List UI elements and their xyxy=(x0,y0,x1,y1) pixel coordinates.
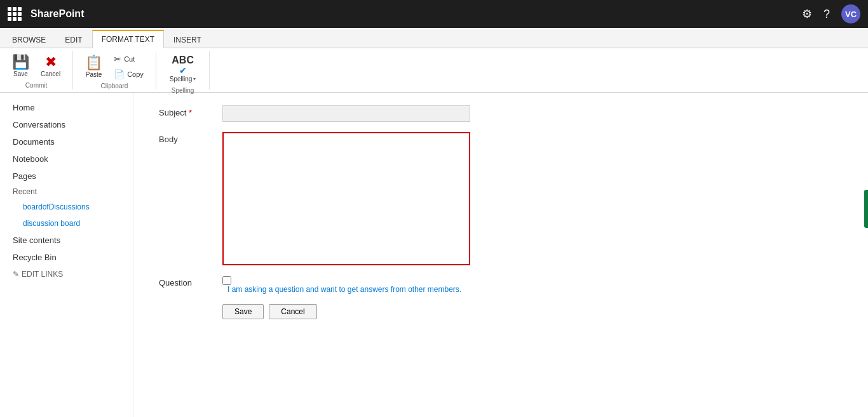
cut-button[interactable]: ✂ Cut xyxy=(109,52,148,66)
save-icon: 💾 xyxy=(12,55,29,69)
avatar[interactable]: VC xyxy=(841,4,860,23)
copy-button[interactable]: 📄 Copy xyxy=(109,67,148,81)
edit-links-button[interactable]: ✎ EDIT LINKS xyxy=(0,266,133,282)
right-panel-wrapper: Subject * Body Question I am asking a qu… xyxy=(133,93,868,417)
cancel-ribbon-button[interactable]: ✖ Cancel xyxy=(36,52,65,81)
commit-group-label: Commit xyxy=(25,82,47,89)
ribbon-group-spelling: ABC ✔ Spelling ▾ Spelling xyxy=(156,51,210,89)
commit-buttons: 💾 Save ✖ Cancel xyxy=(8,52,65,81)
clipboard-buttons: 📋 Paste ✂ Cut 📄 Copy xyxy=(81,52,148,81)
question-field-group: I am asking a question and want to get a… xyxy=(222,275,461,294)
tab-edit[interactable]: EDIT xyxy=(55,31,92,48)
sidebar-item-notebook[interactable]: Notebook xyxy=(0,150,133,168)
top-bar-actions: ⚙ ? VC xyxy=(802,4,860,23)
help-icon[interactable]: ? xyxy=(824,8,830,21)
body-row: Body xyxy=(159,132,843,265)
paste-button[interactable]: 📋 Paste xyxy=(81,53,107,81)
sidebar-item-sitecontents[interactable]: Site contents xyxy=(0,232,133,249)
main-layout: Home Conversations Documents Notebook Pa… xyxy=(0,93,868,417)
ribbon-group-clipboard: 📋 Paste ✂ Cut 📄 Copy Clipboard xyxy=(73,51,156,89)
tab-format-text[interactable]: FORMAT TEXT xyxy=(92,30,164,48)
sidebar-item-conversations[interactable]: Conversations xyxy=(0,116,133,133)
clipboard-group-label: Clipboard xyxy=(101,83,128,89)
question-label: Question xyxy=(159,275,222,288)
cancel-icon: ✖ xyxy=(45,55,57,69)
settings-icon[interactable]: ⚙ xyxy=(802,7,812,21)
form-save-button[interactable]: Save xyxy=(222,304,264,319)
sidebar-item-recyclebin[interactable]: Recycle Bin xyxy=(0,249,133,266)
top-bar: SharePoint ⚙ ? VC xyxy=(0,0,868,28)
sidebar-item-documents[interactable]: Documents xyxy=(0,133,133,150)
app-title: SharePoint xyxy=(31,8,802,20)
sidebar-item-pages[interactable]: Pages xyxy=(0,168,133,185)
form-actions: Save Cancel xyxy=(222,304,843,319)
question-row: Question I am asking a question and want… xyxy=(159,275,843,294)
sidebar: Home Conversations Documents Notebook Pa… xyxy=(0,93,133,417)
spelling-buttons: ABC ✔ Spelling ▾ xyxy=(164,52,202,86)
form-cancel-button[interactable]: Cancel xyxy=(269,304,316,319)
spelling-abc-label: ABC xyxy=(172,55,194,65)
subject-row: Subject * xyxy=(159,105,843,122)
tab-browse[interactable]: BROWSE xyxy=(3,31,55,48)
ribbon-toolbar: 💾 Save ✖ Cancel Commit 📋 Paste ✂ Cut xyxy=(0,48,868,93)
body-textarea[interactable] xyxy=(222,132,470,265)
question-hint: I am asking a question and want to get a… xyxy=(227,285,461,294)
spelling-check-icon: ✔ xyxy=(179,65,187,76)
required-star: * xyxy=(189,108,192,117)
sidebar-item-boardofdiscussions[interactable]: boardofDiscussions xyxy=(0,199,133,215)
ribbon-tabs: BROWSE EDIT FORMAT TEXT INSERT xyxy=(0,28,868,48)
subject-input[interactable] xyxy=(222,105,470,122)
cut-copy-group: ✂ Cut 📄 Copy xyxy=(109,52,148,81)
copy-icon: 📄 xyxy=(114,69,125,79)
cut-icon: ✂ xyxy=(114,54,121,64)
spelling-button[interactable]: ABC ✔ Spelling ▾ xyxy=(164,52,202,86)
content-area: Subject * Body Question I am asking a qu… xyxy=(133,93,868,332)
subject-label: Subject * xyxy=(159,105,222,117)
scroll-indicator xyxy=(864,190,868,228)
body-label: Body xyxy=(159,132,222,144)
sidebar-item-home[interactable]: Home xyxy=(0,99,133,116)
question-checkbox[interactable] xyxy=(222,276,231,285)
pencil-icon: ✎ xyxy=(13,270,19,279)
app-launcher-icon[interactable] xyxy=(8,7,22,21)
save-button[interactable]: 💾 Save xyxy=(8,52,34,81)
sidebar-item-discussionboard[interactable]: discussion board xyxy=(0,215,133,232)
ribbon-group-commit: 💾 Save ✖ Cancel Commit xyxy=(0,51,73,89)
sidebar-item-recent: Recent xyxy=(0,185,133,199)
paste-icon: 📋 xyxy=(85,56,102,70)
spelling-dropdown-arrow[interactable]: ▾ xyxy=(193,76,196,82)
tab-insert[interactable]: INSERT xyxy=(164,31,211,48)
